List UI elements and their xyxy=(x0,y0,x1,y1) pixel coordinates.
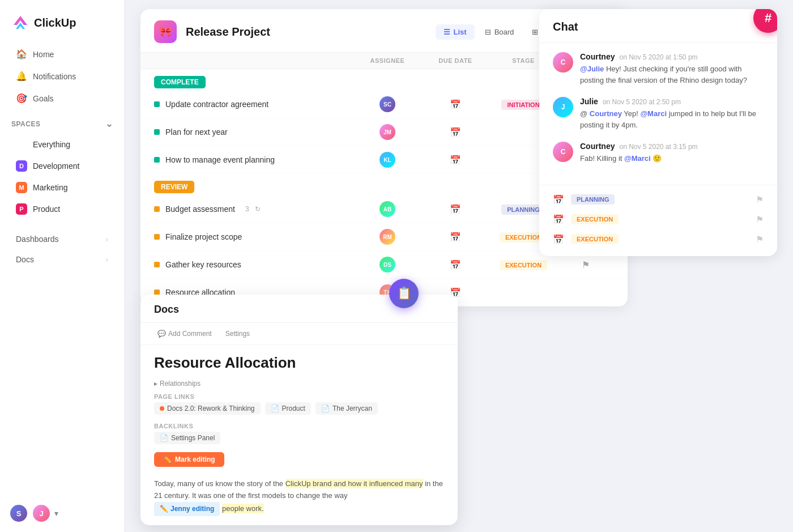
everything-icon: ⊞ xyxy=(16,139,27,150)
task-name-5: Finalize project scope xyxy=(154,232,353,241)
stage-row-exec-2: 📅 EXECUTION ⚑ xyxy=(539,229,777,249)
task-cal-2: 📅 xyxy=(421,127,489,138)
page-icon-2: 📄 xyxy=(271,405,279,412)
task-avatar-1: SC xyxy=(380,96,395,112)
board-icon: ⊟ xyxy=(485,28,491,36)
fab-icon: 📋 xyxy=(396,286,412,301)
chat-content-3: Courtney on Nov 5 2020 at 3:15 pm Fab! K… xyxy=(580,142,764,164)
task-dot-review-3 xyxy=(154,262,160,267)
clickup-logo-icon xyxy=(11,14,29,32)
spaces-header: Spaces ⌄ xyxy=(0,109,124,134)
page-icon-3: 📄 xyxy=(321,405,330,412)
col-due-date: DUE DATE xyxy=(421,57,489,64)
backlink-1[interactable]: 📄 Settings Panel xyxy=(154,432,220,444)
chat-avatar-2: J xyxy=(553,97,573,117)
flag-icon-e1: ⚑ xyxy=(756,214,764,225)
nav-home[interactable]: 🏠 Home xyxy=(5,43,120,65)
main-content: 🎀 Release Project ☰ List ⊟ Board ⊞ Box +… xyxy=(125,0,793,532)
avatar-s[interactable]: S xyxy=(9,504,28,523)
add-comment-button[interactable]: 💬 Add Comment xyxy=(154,327,215,340)
flag-icon-p: ⚑ xyxy=(756,194,764,205)
marketing-icon: M xyxy=(16,182,27,193)
task-avatar-5: RM xyxy=(380,229,395,245)
nav-goals[interactable]: 🎯 Goals xyxy=(5,87,120,109)
backlinks-row: 📄 Settings Panel xyxy=(154,432,444,444)
chat-avatar-3: C xyxy=(553,142,573,162)
bell-icon: 🔔 xyxy=(16,71,27,82)
cal-icon-p: 📅 xyxy=(553,194,564,205)
chat-mention: @Julie xyxy=(580,65,604,73)
backlink-icon: 📄 xyxy=(160,434,168,442)
task-dot-complete-2 xyxy=(154,129,160,135)
sidebar: ClickUp 🏠 Home 🔔 Notifications 🎯 Goals S… xyxy=(0,0,125,532)
chat-content-2: Julie on Nov 5 2020 at 2:50 pm @ Courtne… xyxy=(580,97,764,130)
tab-board[interactable]: ⊟ Board xyxy=(477,24,522,40)
stage-row-planning: 📅 PLANNING ⚑ xyxy=(539,190,777,210)
chevron-right-icon: › xyxy=(105,235,108,244)
sidebar-item-dashboards[interactable]: Dashboards › xyxy=(5,229,120,249)
docs-body-text: Today, many of us know the story of the … xyxy=(154,478,444,516)
sidebar-item-product[interactable]: P Product xyxy=(5,198,120,220)
sidebar-item-marketing[interactable]: M Marketing xyxy=(5,177,120,198)
chat-meta-1: Courtney on Nov 5 2020 at 1:50 pm xyxy=(580,52,764,61)
task-avatar-3: KL xyxy=(380,152,395,168)
task-cal-1: 📅 xyxy=(421,99,489,110)
chat-title: Chat xyxy=(539,9,777,43)
chat-header-wrapper: Chat # xyxy=(539,9,777,43)
chat-text-3: Fab! Killing it @Marci 🙂 xyxy=(580,153,764,164)
docs-body: Resource Allocation ▸ Relationships PAGE… xyxy=(140,345,458,525)
chat-meta-2: Julie on Nov 5 2020 at 2:50 pm xyxy=(580,97,764,106)
docs-title: Resource Allocation xyxy=(154,354,444,372)
page-link-1[interactable]: Docs 2.0: Rework & Thinking xyxy=(154,402,261,415)
pencil-icon-jenny: ✏️ xyxy=(160,504,168,514)
page-link-3[interactable]: 📄 The Jerrycan xyxy=(316,402,378,415)
highlight-1: ClickUp brand and how it influenced many xyxy=(285,479,423,488)
tab-list[interactable]: ☰ List xyxy=(436,24,475,40)
chat-body: C Courtney on Nov 5 2020 at 1:50 pm @Jul… xyxy=(539,43,777,185)
chat-mention-courtney: Courtney xyxy=(590,109,622,118)
project-icon: 🎀 xyxy=(154,20,177,43)
logo[interactable]: ClickUp xyxy=(0,9,124,43)
comment-icon: 💬 xyxy=(157,330,166,338)
nav-notifications[interactable]: 🔔 Notifications xyxy=(5,65,120,87)
page-links-label: PAGE LINKS xyxy=(154,393,444,400)
chevron-right-icon-docs: › xyxy=(105,255,108,264)
box-icon: ⊞ xyxy=(532,28,538,36)
stage-pills-bottom: 📅 PLANNING ⚑ 📅 EXECUTION ⚑ 📅 EXECUTION ⚑ xyxy=(539,185,777,256)
product-icon: P xyxy=(16,203,27,215)
task-name-6: Gather key resources xyxy=(154,260,353,269)
task-avatar-2: JM xyxy=(380,124,395,140)
pencil-icon: ✏️ xyxy=(163,456,172,463)
spaces-collapse-icon[interactable]: ⌄ xyxy=(105,118,113,129)
sidebar-item-development[interactable]: D Development xyxy=(5,155,120,177)
page-link-dot-1 xyxy=(160,406,164,411)
avatar-j[interactable]: J xyxy=(32,504,51,523)
task-cal-3: 📅 xyxy=(421,155,489,165)
task-name-3: How to manage event planning xyxy=(154,155,353,164)
refresh-icon: ↻ xyxy=(255,205,261,213)
stage-pill-e1: EXECUTION xyxy=(571,214,619,224)
docs-card: Docs 💬 Add Comment Settings Resource All… xyxy=(140,295,458,525)
fab-button[interactable]: 📋 xyxy=(389,279,419,308)
task-dot-complete xyxy=(154,101,160,107)
task-dot-review xyxy=(154,206,160,212)
settings-button[interactable]: Settings xyxy=(222,327,253,340)
user-avatars: S J ▾ xyxy=(9,504,58,523)
mark-editing-btn[interactable]: ✏️ Mark editing xyxy=(154,452,444,473)
chat-message-1: C Courtney on Nov 5 2020 at 1:50 pm @Jul… xyxy=(553,52,764,86)
sidebar-item-docs[interactable]: Docs › xyxy=(5,249,120,270)
page-links-row: Docs 2.0: Rework & Thinking 📄 Product 📄 … xyxy=(154,402,444,415)
stage-pill-e2: EXECUTION xyxy=(571,234,619,244)
chat-panel: Chat # C Courtney on Nov 5 2020 at 1:50 … xyxy=(539,9,777,256)
task-cal-5: 📅 xyxy=(421,232,489,242)
avatar-dropdown-icon[interactable]: ▾ xyxy=(54,509,58,518)
page-link-2[interactable]: 📄 Product xyxy=(265,402,311,415)
task-dot-review-2 xyxy=(154,234,160,240)
docs-toolbar: 💬 Add Comment Settings xyxy=(140,323,458,345)
stage-row-exec-1: 📅 EXECUTION ⚑ xyxy=(539,210,777,229)
chat-content-1: Courtney on Nov 5 2020 at 1:50 pm @Julie… xyxy=(580,52,764,86)
task-dot-complete-3 xyxy=(154,157,160,163)
stage-pill-p: PLANNING xyxy=(571,194,615,205)
triangle-icon: ▸ xyxy=(154,380,157,388)
sidebar-item-everything[interactable]: ⊞ Everything xyxy=(5,134,120,155)
